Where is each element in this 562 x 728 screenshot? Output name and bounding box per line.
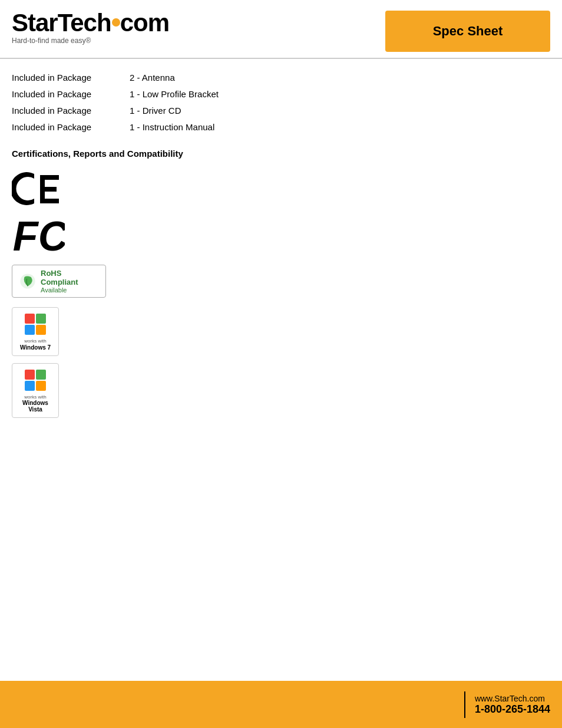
main-content: Included in Package 2 - Antenna Included… <box>0 59 562 437</box>
footer-contact: www.StarTech.com 1-800-265-1844 <box>475 694 550 716</box>
footer-phone: 1-800-265-1844 <box>475 703 550 716</box>
footer-website: www.StarTech.com <box>475 694 545 703</box>
rohs-badge: RoHS Compliant Available <box>12 265 106 298</box>
svg-rect-9 <box>36 381 46 391</box>
svg-rect-8 <box>25 381 35 391</box>
package-row-1: Included in Package 2 - Antenna <box>12 71 550 85</box>
svg-rect-2 <box>25 314 35 324</box>
rohs-title: RoHS Compliant <box>41 269 98 286</box>
svg-rect-4 <box>25 325 35 335</box>
package-value-1: 2 - Antenna <box>130 71 175 85</box>
svg-text:FC: FC <box>13 214 65 255</box>
package-value-4: 1 - Instruction Manual <box>130 120 214 134</box>
logo-area: StarTechcom Hard-to-find made easy® <box>12 11 169 45</box>
windows7-flag-icon <box>24 312 47 336</box>
windows-vista-flag-icon <box>24 368 47 392</box>
spec-sheet-badge: Spec Sheet <box>385 11 550 52</box>
windows-vista-version: Windows Vista <box>18 400 52 413</box>
logo: StarTechcom <box>12 11 169 35</box>
package-row-3: Included in Package 1 - Driver CD <box>12 104 550 118</box>
package-row-2: Included in Package 1 - Low Profile Brac… <box>12 87 550 101</box>
package-label-4: Included in Package <box>12 120 130 134</box>
rohs-subtitle: Available <box>41 286 98 294</box>
windows7-badge: works with Windows 7 <box>12 307 59 356</box>
svg-rect-5 <box>36 325 46 335</box>
package-label-2: Included in Package <box>12 87 130 101</box>
logo-dot <box>112 18 120 27</box>
package-table: Included in Package 2 - Antenna Included… <box>12 71 550 134</box>
windows7-version: Windows 7 <box>20 344 51 351</box>
package-label-3: Included in Package <box>12 104 130 118</box>
svg-rect-7 <box>36 370 46 380</box>
certifications-heading: Certifications, Reports and Compatibilit… <box>12 149 550 159</box>
fcc-mark: FC <box>12 214 550 255</box>
ce-mark <box>12 168 550 212</box>
header: StarTechcom Hard-to-find made easy® Spec… <box>0 0 562 59</box>
package-row-4: Included in Package 1 - Instruction Manu… <box>12 120 550 134</box>
package-label-1: Included in Package <box>12 71 130 85</box>
svg-rect-6 <box>25 370 35 380</box>
svg-rect-3 <box>36 314 46 324</box>
footer: www.StarTech.com 1-800-265-1844 <box>0 681 562 728</box>
package-value-3: 1 - Driver CD <box>130 104 181 118</box>
rohs-text: RoHS Compliant Available <box>41 269 98 294</box>
package-value-2: 1 - Low Profile Bracket <box>130 87 219 101</box>
footer-divider <box>464 691 465 718</box>
rohs-leaf-icon <box>19 273 36 289</box>
logo-tagline: Hard-to-find made easy® <box>12 37 169 45</box>
windows7-works-with: works with <box>24 338 46 344</box>
spec-sheet-label: Spec Sheet <box>433 24 503 39</box>
windows-vista-works-with: works with <box>24 394 46 400</box>
windows-vista-badge: works with Windows Vista <box>12 363 59 419</box>
